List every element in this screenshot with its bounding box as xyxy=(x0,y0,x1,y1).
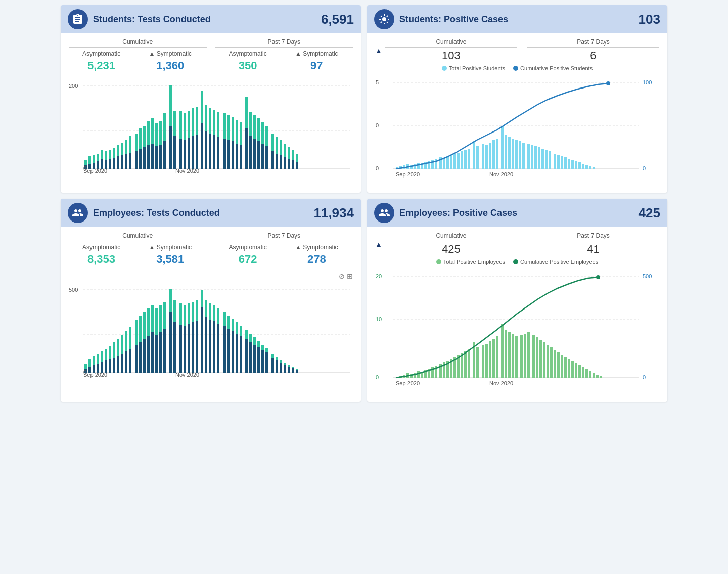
svg-rect-37 xyxy=(155,146,158,169)
asymptomatic-col-label: Asymptomatic xyxy=(69,49,134,58)
svg-rect-86 xyxy=(261,122,264,144)
svg-rect-237 xyxy=(217,324,219,373)
svg-rect-155 xyxy=(549,151,551,169)
dashboard: Students: Tests Conducted 6,591 Cumulati… xyxy=(61,5,667,402)
svg-rect-26 xyxy=(129,136,131,153)
svg-point-168 xyxy=(606,81,610,85)
svg-rect-88 xyxy=(265,126,268,146)
svg-rect-158 xyxy=(561,156,563,169)
svg-rect-245 xyxy=(236,334,238,373)
svg-rect-19 xyxy=(117,156,119,169)
svg-rect-202 xyxy=(139,316,142,342)
svg-text:0: 0 xyxy=(83,165,86,171)
cum-asymptomatic-value: 5,231 xyxy=(69,58,134,73)
emp-cumulative-stat-value: 425 xyxy=(385,243,517,256)
svg-rect-331 xyxy=(564,357,567,378)
past7-stat-label: Past 7 Days xyxy=(527,38,659,48)
svg-rect-78 xyxy=(245,97,248,128)
svg-rect-74 xyxy=(236,120,238,144)
svg-rect-62 xyxy=(209,108,211,134)
svg-rect-215 xyxy=(169,312,172,373)
legend-dark-dot xyxy=(513,66,518,71)
symptomatic-p7-label: ▲ Symptomatic xyxy=(281,49,353,58)
svg-rect-11 xyxy=(101,159,103,169)
emp-asymptomatic-p7-label: Asymptomatic xyxy=(215,243,281,252)
svg-rect-61 xyxy=(209,134,211,169)
svg-text:Sep 2020: Sep 2020 xyxy=(83,168,107,174)
svg-rect-83 xyxy=(257,141,260,169)
svg-rect-145 xyxy=(512,139,514,169)
svg-rect-76 xyxy=(240,122,242,145)
svg-rect-244 xyxy=(232,319,234,331)
svg-rect-333 xyxy=(571,361,574,378)
svg-rect-313 xyxy=(496,336,498,378)
svg-rect-165 xyxy=(585,165,588,169)
svg-text:Nov 2020: Nov 2020 xyxy=(489,171,513,178)
svg-rect-185 xyxy=(105,360,107,373)
svg-rect-207 xyxy=(151,332,154,373)
symptomatic-col-label: ▲ Symptomatic xyxy=(134,49,206,58)
svg-rect-235 xyxy=(213,321,215,373)
svg-rect-73 xyxy=(236,144,238,169)
svg-rect-255 xyxy=(257,347,260,373)
svg-rect-139 xyxy=(489,143,491,169)
svg-rect-41 xyxy=(163,141,166,169)
cumulative-stat-value: 103 xyxy=(385,49,517,62)
students-positive-icon xyxy=(374,9,394,29)
svg-rect-334 xyxy=(575,363,577,378)
svg-rect-314 xyxy=(501,324,504,378)
svg-rect-198 xyxy=(129,327,131,349)
svg-rect-127 xyxy=(443,158,445,169)
svg-rect-323 xyxy=(536,337,538,378)
svg-rect-42 xyxy=(163,113,166,141)
students-tests-total: 6,591 xyxy=(321,12,354,27)
svg-rect-68 xyxy=(223,113,226,139)
svg-rect-50 xyxy=(184,113,186,140)
svg-rect-40 xyxy=(159,121,162,145)
svg-rect-151 xyxy=(534,146,537,169)
svg-rect-190 xyxy=(113,342,115,358)
svg-rect-52 xyxy=(188,111,190,138)
svg-rect-233 xyxy=(209,320,211,373)
emp-past7-table: Asymptomatic ▲ Symptomatic 672 278 xyxy=(215,243,353,267)
svg-rect-33 xyxy=(147,145,150,169)
asymptomatic-p7-label: Asymptomatic xyxy=(215,49,281,58)
svg-rect-203 xyxy=(143,339,146,373)
students-positive-card: Students: Positive Cases 103 ▲ Cumulativ… xyxy=(367,5,667,193)
employees-tests-svg: Sep 2020 Nov 2020 0 xyxy=(69,284,353,380)
export-icon[interactable]: ⊞ xyxy=(347,272,353,280)
svg-rect-95 xyxy=(284,157,286,169)
emp-cumulative-label: Cumulative xyxy=(69,232,207,241)
svg-rect-48 xyxy=(179,111,182,139)
svg-rect-142 xyxy=(501,126,504,169)
svg-rect-160 xyxy=(568,159,570,169)
svg-rect-99 xyxy=(292,160,294,169)
legend-dark-emp-label: Cumulative Positive Employees xyxy=(520,259,598,265)
emp-cumulative-stat-label: Cumulative xyxy=(385,232,517,241)
svg-rect-161 xyxy=(571,160,574,169)
svg-rect-54 xyxy=(192,108,194,136)
svg-rect-320 xyxy=(524,334,526,378)
employees-positive-chart: 20 10 0 500 0 xyxy=(375,269,659,395)
svg-rect-230 xyxy=(201,290,203,307)
svg-rect-206 xyxy=(147,308,150,336)
svg-rect-273 xyxy=(296,370,298,373)
svg-rect-210 xyxy=(155,308,158,335)
svg-rect-28 xyxy=(135,134,138,151)
svg-rect-4 xyxy=(84,160,87,165)
employees-positive-stats: Cumulative 425 Past 7 Days 41 xyxy=(385,232,659,256)
svg-rect-318 xyxy=(515,336,518,378)
students-positive-header: Students: Positive Cases 103 xyxy=(367,5,667,33)
filter-icon[interactable]: ⊘ xyxy=(339,272,345,280)
svg-rect-268 xyxy=(284,363,286,365)
svg-text:0: 0 xyxy=(643,165,646,171)
svg-rect-32 xyxy=(143,126,146,147)
svg-rect-240 xyxy=(223,312,226,326)
svg-rect-238 xyxy=(217,308,219,324)
emp-asymptomatic-col-label: Asymptomatic xyxy=(69,243,134,252)
svg-rect-219 xyxy=(179,325,182,373)
legend-dark-employees: Cumulative Positive Employees xyxy=(513,259,598,265)
svg-rect-341 xyxy=(600,376,602,378)
svg-rect-167 xyxy=(593,167,595,169)
svg-rect-10 xyxy=(97,154,99,161)
